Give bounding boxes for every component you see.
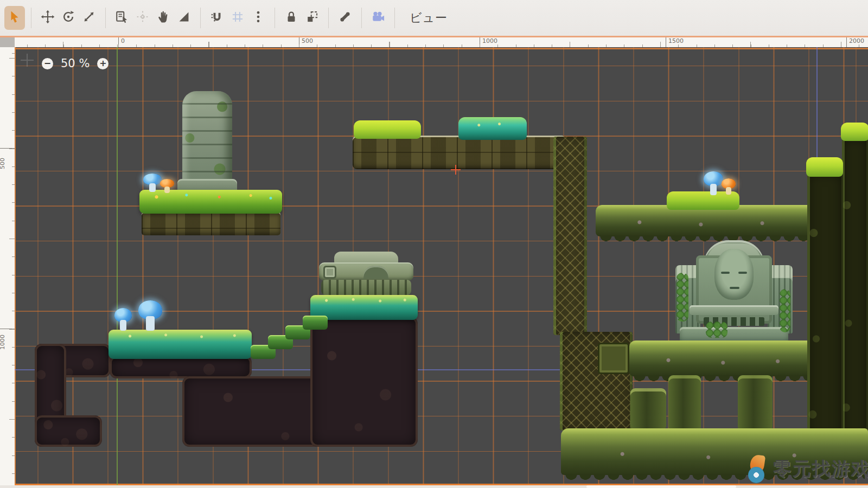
dirt-ledge[interactable] — [310, 317, 418, 447]
carved-column[interactable] — [553, 137, 587, 335]
toolbar-separator — [200, 8, 201, 28]
watermark-brand-text: 零元找游戏 — [773, 457, 868, 481]
minus-icon: − — [44, 59, 51, 68]
mushroom-stem — [149, 183, 156, 192]
y-axis-line — [117, 47, 118, 485]
horizontal-scrollbar-track[interactable] — [0, 485, 868, 488]
pivot-icon — [136, 10, 150, 26]
mushroom-stem — [164, 187, 169, 193]
movie-camera-icon — [371, 10, 385, 26]
select-tool-button[interactable] — [4, 6, 25, 30]
toolbar-separator — [31, 8, 31, 28]
editor-viewport[interactable]: − 50 % + 零元找游戏 www.lingliuyx.com www.06z… — [15, 47, 868, 485]
toolbar-separator — [394, 8, 395, 28]
teal-grass-tuft[interactable] — [458, 117, 527, 140]
toolbar-separator — [105, 8, 106, 28]
zoom-widget: − 50 % + — [42, 57, 108, 70]
mushroom-stem — [120, 320, 126, 331]
horizontal-ruler[interactable]: 0 500 1000 1500 2000 — [0, 37, 868, 47]
swirl-shape — [748, 467, 764, 483]
teal-grass-ground[interactable] — [108, 330, 252, 359]
right-wall-upper-step[interactable] — [842, 138, 868, 475]
stone-tank[interactable] — [319, 252, 413, 296]
smart-snap-button[interactable] — [207, 6, 227, 30]
dirt-under-grass[interactable] — [110, 356, 252, 378]
group-button[interactable] — [302, 6, 322, 30]
group-icon — [305, 10, 319, 26]
blue-mushroom[interactable] — [704, 171, 723, 195]
zoom-out-button[interactable]: − — [42, 58, 53, 69]
view-menu-label: ビュー — [410, 10, 448, 26]
pivot-tool-button[interactable] — [132, 6, 153, 30]
blue-mushroom[interactable] — [114, 308, 132, 331]
grid-edge-top — [15, 48, 868, 49]
moss-block[interactable] — [630, 388, 666, 431]
move-icon — [41, 10, 55, 26]
watermark-flame-logo-icon — [746, 455, 770, 483]
pan-hand-icon — [156, 10, 170, 26]
vine-stair-step[interactable] — [303, 316, 328, 330]
blue-mushroom[interactable] — [143, 174, 162, 192]
blue-mushroom[interactable] — [138, 300, 162, 331]
toolbar-separator — [275, 8, 275, 28]
ruler-label: 500 — [0, 148, 15, 156]
magnet-icon — [210, 10, 224, 26]
statue-eye — [721, 272, 730, 274]
ruler-label: 1000 — [480, 37, 497, 47]
orange-mushroom[interactable] — [160, 179, 174, 193]
ghost-crosshair-icon — [21, 54, 34, 67]
grid-edge-left — [15, 47, 16, 485]
ruler-tool-button[interactable] — [174, 6, 194, 30]
zoom-in-button[interactable]: + — [97, 58, 108, 69]
move-tool-button[interactable] — [37, 6, 58, 30]
scale-tool-button[interactable] — [79, 6, 99, 30]
pan-tool-button[interactable] — [153, 6, 174, 30]
skeleton-button[interactable] — [335, 6, 355, 30]
toolbar: ビュー — [0, 0, 868, 36]
left-platform-stone[interactable] — [142, 211, 280, 235]
ruler-label: 1000 — [0, 329, 15, 336]
statue-eye — [738, 272, 747, 274]
vine-overlay — [780, 289, 790, 332]
moss-pillar[interactable] — [668, 375, 701, 432]
zoom-level-button[interactable]: 50 % — [61, 57, 90, 70]
ruler-label: 500 — [299, 37, 313, 47]
list-select-icon — [115, 10, 129, 26]
vine-overlay — [706, 322, 727, 338]
yellow-grass-tuft[interactable] — [354, 120, 421, 139]
carved-crate — [598, 343, 629, 374]
ruler-label: 2000 — [846, 37, 864, 47]
mushroom-stem — [710, 184, 717, 195]
select-arrow-icon — [8, 10, 22, 26]
grid-snap-icon — [231, 10, 245, 26]
left-platform-grass[interactable] — [139, 190, 282, 214]
wall-grass-cap[interactable] — [841, 123, 868, 141]
toolbar-separator — [361, 8, 362, 28]
stone-face-statue[interactable] — [675, 240, 793, 344]
floating-stone-platform[interactable] — [353, 136, 564, 169]
mushroom-stem — [146, 316, 155, 331]
vertical-dots-icon — [251, 10, 265, 26]
dirt-foot[interactable] — [35, 415, 102, 447]
camera-override-button[interactable] — [368, 6, 388, 30]
statue-shelf — [690, 305, 778, 315]
mushroom-stem — [726, 187, 731, 195]
rotate-tool-button[interactable] — [58, 6, 79, 30]
rotate-icon — [61, 10, 75, 26]
moss-pillar[interactable] — [738, 375, 773, 432]
scale-icon — [82, 10, 96, 26]
watermark: 零元找游戏 www.lingliuyx.com www.06zyx.com — [746, 455, 868, 485]
snap-options-button[interactable] — [248, 6, 269, 30]
wall-grass-cap[interactable] — [806, 157, 843, 177]
view-menu-button[interactable]: ビュー — [401, 6, 456, 30]
lock-button[interactable] — [281, 6, 302, 30]
orange-mushroom[interactable] — [722, 178, 736, 195]
grid-snap-button[interactable] — [227, 6, 248, 30]
list-select-tool-button[interactable] — [112, 6, 132, 30]
statue-face — [714, 249, 754, 300]
lower-moss-platform[interactable] — [629, 341, 825, 376]
horizontal-scrollbar-thumb[interactable] — [586, 485, 736, 488]
vertical-ruler[interactable]: 500 1000 — [0, 47, 15, 485]
ruler-triangle-icon — [177, 10, 191, 26]
toolbar-separator — [328, 8, 329, 28]
